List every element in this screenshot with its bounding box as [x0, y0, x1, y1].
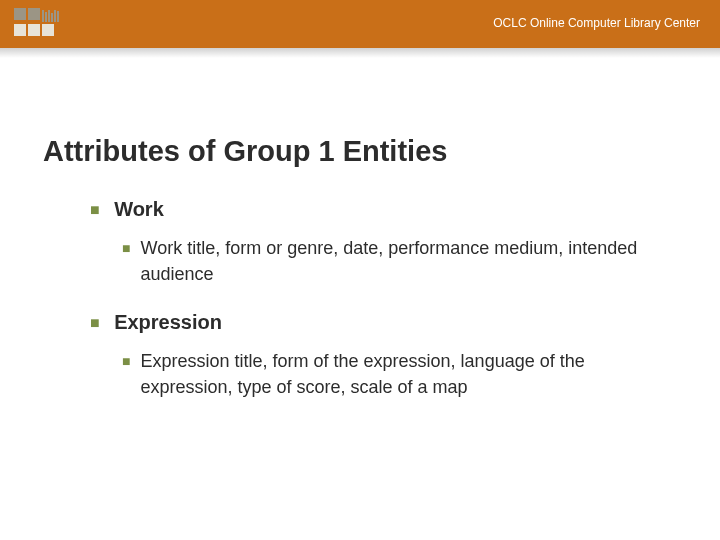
item-detail: Expression title, form of the expression… [140, 348, 650, 400]
item-detail: Work title, form or genre, date, perform… [140, 235, 650, 287]
list-subitem: ■ Work title, form or genre, date, perfo… [122, 235, 650, 287]
header-shadow [0, 48, 720, 58]
list-subitem: ■ Expression title, form of the expressi… [122, 348, 650, 400]
list-item: ■ Expression [90, 311, 650, 334]
square-bullet-icon: ■ [90, 314, 100, 331]
oclc-logo [14, 8, 70, 40]
item-heading: Expression [114, 311, 222, 333]
square-bullet-icon: ■ [122, 348, 130, 374]
header-org-text: OCLC Online Computer Library Center [493, 16, 700, 30]
header-bar: OCLC Online Computer Library Center [0, 0, 720, 48]
item-heading: Work [114, 198, 164, 220]
list-item: ■ Work [90, 198, 650, 221]
slide: OCLC Online Computer Library Center Attr… [0, 0, 720, 540]
square-bullet-icon: ■ [90, 201, 100, 218]
square-bullet-icon: ■ [122, 235, 130, 261]
slide-title: Attributes of Group 1 Entities [43, 135, 447, 168]
content-area: ■ Work ■ Work title, form or genre, date… [90, 190, 650, 424]
